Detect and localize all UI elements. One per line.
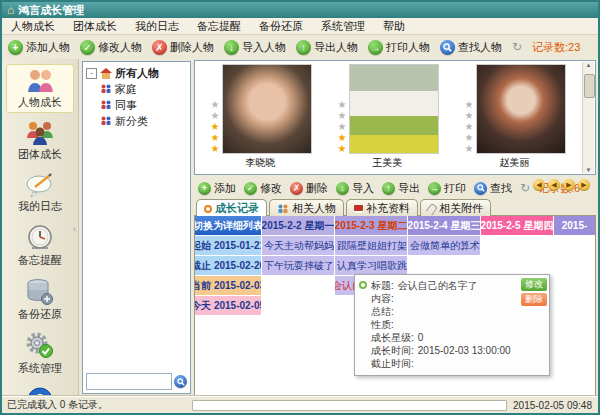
person-photo[interactable] [349, 64, 439, 154]
tree-item-new-category[interactable]: 新分类 [86, 113, 190, 129]
import-record-button[interactable]: ↓ 导入 [336, 181, 374, 196]
tree-search-button[interactable] [174, 375, 187, 388]
export-person-button[interactable]: ↑ 导出人物 [296, 40, 358, 55]
search-icon [474, 182, 487, 195]
sidebar-item-my-journal[interactable]: 我的日志 [6, 168, 74, 217]
sidebar-label: 团体成长 [18, 147, 62, 162]
record-cell[interactable]: 认真学习唱歌跳舞 [335, 256, 407, 275]
tab-related-people[interactable]: 相关人物 [269, 199, 344, 216]
column-header-mon[interactable]: 2015-2-2 星期一 [262, 216, 334, 235]
record-cell-empty[interactable] [408, 256, 480, 275]
splitter-collapse-icon[interactable]: ‹ [73, 224, 76, 234]
delete-icon: ✗ [290, 182, 303, 195]
record-cell[interactable]: 下午玩耍摔破了脸蛋 [262, 256, 334, 275]
add-person-button[interactable]: + 添加人物 [8, 40, 70, 55]
find-record-button[interactable]: 查找 [474, 181, 512, 196]
tree-root-all-people[interactable]: - 所有人物 [86, 65, 190, 81]
tree-expander-icon[interactable]: - [86, 68, 97, 79]
menu-person-growth[interactable]: 人物成长 [2, 19, 64, 34]
field-value-time: 2015-02-03 13:00:00 [418, 344, 511, 357]
scroll-thumb[interactable] [584, 74, 595, 98]
column-header-tue[interactable]: 2015-2-3 星期二 [335, 216, 407, 235]
delete-person-button[interactable]: ✗ 删除人物 [152, 40, 214, 55]
record-cell-empty[interactable] [481, 256, 553, 275]
sidebar-item-group-growth[interactable]: 团体成长 [6, 116, 74, 165]
field-label-title: 标题: [371, 279, 394, 292]
export-record-button[interactable]: ↑ 导出 [382, 181, 420, 196]
record-cell-empty[interactable] [262, 276, 334, 295]
print-person-label: 打印人物 [386, 40, 430, 55]
popup-edit-button[interactable]: 修改 [521, 278, 547, 291]
record-cell[interactable]: 跟隔壁姐姐打架 [335, 236, 407, 255]
nav-next-button[interactable]: ▶ [563, 179, 575, 191]
record-cell-empty[interactable] [554, 236, 595, 255]
rating-stars: ★★★★★ [337, 99, 348, 154]
photo-strip: ★★★★★ 李晓晓 ★★★★★ 王美美 ★★★★★ 赵美丽 [194, 60, 596, 175]
sidebar-label: 人物成长 [18, 95, 62, 110]
record-cell[interactable]: 今天主动帮妈妈做家务 [262, 236, 334, 255]
menu-backup-restore[interactable]: 备份还原 [250, 19, 312, 34]
sidebar-label: 我的日志 [18, 199, 62, 214]
import-person-button[interactable]: ↓ 导入人物 [224, 40, 286, 55]
popup-delete-button[interactable]: 删除 [521, 293, 547, 306]
record-cell[interactable]: 会做简单的算术题了 [408, 236, 480, 255]
sidebar-item-backup-restore[interactable]: 备份还原 [6, 274, 74, 325]
record-cell-empty[interactable] [262, 296, 334, 315]
menu-system-manage[interactable]: 系统管理 [312, 19, 374, 34]
nav-last-button[interactable]: ▶ [578, 179, 590, 191]
person-photo[interactable] [222, 64, 312, 154]
tab-related-attachments[interactable]: 相关附件 [420, 199, 491, 216]
field-label-content: 内容: [371, 292, 394, 305]
nav-prev-button[interactable]: ◀ [548, 179, 560, 191]
person-photo[interactable] [476, 64, 566, 154]
person-card[interactable]: ★★★★★ 王美美 [324, 64, 451, 174]
tab-supplementary-info[interactable]: 补充资料 [346, 199, 418, 216]
print-record-button[interactable]: → 打印 [428, 181, 466, 196]
tree-search-input[interactable] [86, 373, 172, 390]
scroll-up-icon[interactable]: ▲ [586, 62, 592, 68]
photo-scrollbar[interactable]: ▲ ▼ [582, 62, 594, 173]
row-label-end: 截止 2015-02-20 [195, 256, 261, 275]
menu-help[interactable]: 帮助 [374, 19, 414, 34]
status-text: 已完成载入 0 条记录。 [2, 398, 192, 412]
field-label-nature: 性质: [371, 318, 394, 331]
record-cell-empty[interactable] [554, 296, 595, 315]
record-cell-empty[interactable] [554, 276, 595, 295]
refresh-icon[interactable]: ↻ [520, 181, 530, 195]
stars-filled: ★★★ [211, 121, 220, 154]
tab-label: 相关附件 [439, 201, 483, 216]
edit-person-button[interactable]: ✓ 修改人物 [80, 40, 142, 55]
menu-group-growth[interactable]: 团体成长 [64, 19, 126, 34]
add-record-button[interactable]: + 添加 [198, 181, 236, 196]
two-people-icon [25, 68, 55, 94]
toggle-detail-list-button[interactable]: 切换为详细列表 [195, 216, 261, 235]
refresh-icon[interactable]: ↻ [512, 40, 522, 54]
tab-growth-records[interactable]: 成长记录 [196, 199, 267, 216]
gear-check-icon [25, 332, 55, 360]
export-record-label: 导出 [398, 181, 420, 196]
person-card[interactable]: ★★★★★ 赵美丽 [451, 64, 578, 174]
menu-memo-reminder[interactable]: 备忘提醒 [188, 19, 250, 34]
field-label-summary: 总结: [371, 305, 394, 318]
sidebar-item-system-manage[interactable]: 系统管理 [6, 328, 74, 379]
nav-first-button[interactable]: ◀ [533, 179, 545, 191]
menu-my-journal[interactable]: 我的日志 [126, 19, 188, 34]
scroll-down-icon[interactable]: ▼ [586, 167, 592, 173]
column-header-thu[interactable]: 2015-2-5 星期四 [481, 216, 553, 235]
print-person-button[interactable]: → 打印人物 [368, 40, 430, 55]
tree-item-colleagues[interactable]: 同事 [86, 97, 190, 113]
sidebar-item-person-growth[interactable]: 人物成长 [6, 64, 74, 113]
sidebar-item-memo-reminder[interactable]: 备忘提醒 [6, 220, 74, 271]
record-cell-empty[interactable] [481, 236, 553, 255]
record-cell-empty[interactable] [554, 256, 595, 275]
person-card[interactable]: ★★★★★ 李晓晓 [197, 64, 324, 174]
paperclip-icon [426, 202, 438, 215]
delete-record-button[interactable]: ✗ 删除 [290, 181, 328, 196]
column-header-next[interactable]: 2015- [554, 216, 595, 235]
tree-item-family[interactable]: 家庭 [86, 81, 190, 97]
column-header-wed[interactable]: 2015-2-4 星期三 [408, 216, 480, 235]
edit-record-button[interactable]: ✓ 修改 [244, 181, 282, 196]
sidebar-label: 备份还原 [18, 307, 62, 322]
delete-icon: ✗ [152, 40, 167, 55]
find-person-button[interactable]: 查找人物 [440, 40, 502, 55]
